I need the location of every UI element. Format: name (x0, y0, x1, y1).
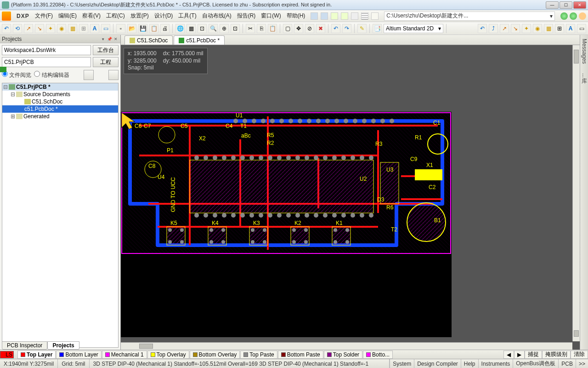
tool-button[interactable]: ▭ (577, 24, 586, 33)
layer-tab-mech1[interactable]: Mechanical 1 (102, 351, 147, 359)
close-button[interactable]: ✕ (573, 1, 586, 9)
tool-icon[interactable] (321, 12, 328, 20)
workspace-input[interactable] (2, 45, 91, 55)
tool-button[interactable]: ↘ (35, 24, 44, 33)
tool-button[interactable]: ⊞ (79, 24, 88, 33)
tool-button[interactable]: ↘ (511, 24, 520, 33)
text-tool-icon[interactable]: A (566, 24, 575, 33)
layer-set-box[interactable]: LS (0, 351, 14, 358)
tab-pcbdoc[interactable]: c51.PcbDoc * (174, 35, 225, 45)
tree-schdoc[interactable]: C51.SchDoc (2, 98, 118, 105)
status-btn-help[interactable]: Help (461, 359, 478, 368)
radio-structure-editor[interactable]: 结构编辑器 (34, 71, 69, 79)
tool-icon[interactable] (371, 12, 379, 20)
side-tab-messages[interactable]: Messages (581, 39, 588, 64)
tool-icon[interactable] (341, 12, 348, 20)
maximize-button[interactable]: ☐ (560, 1, 572, 9)
menu-file[interactable]: 文件(F) (35, 12, 53, 20)
tool-button[interactable]: ↗ (500, 24, 509, 33)
menu-autoroute[interactable]: 自动布线(A) (202, 12, 232, 20)
deselect-icon[interactable]: ⊘ (305, 24, 314, 33)
layer-tab-bot-paste[interactable]: Bottom Paste (278, 351, 323, 359)
menu-report[interactable]: 报告(R) (237, 12, 256, 20)
highlight-icon[interactable]: ✎ (357, 24, 367, 33)
browse-icon[interactable]: 📑 (373, 24, 382, 33)
tool-button[interactable]: 📋 (149, 24, 158, 33)
horizontal-scrollbar[interactable] (121, 342, 572, 350)
layer-btn-snap[interactable]: 捕捉 (525, 351, 542, 359)
tool-button[interactable]: ⊞ (555, 24, 564, 33)
tool-icon[interactable] (331, 12, 338, 20)
cut-icon[interactable]: ✂ (246, 24, 255, 33)
project-button[interactable]: 工程 (93, 57, 119, 67)
layer-nav-prev[interactable]: ◀ (503, 351, 514, 359)
status-btn-more[interactable]: >> (576, 359, 588, 368)
grid-icon[interactable] (361, 12, 368, 20)
tab-schdoc[interactable]: C51.SchDoc (124, 35, 173, 45)
tab-pcb-inspector[interactable]: PCB Inspector (2, 341, 47, 350)
scroll-thumb[interactable] (574, 330, 579, 337)
scroll-thumb[interactable] (574, 50, 579, 63)
menu-edit[interactable]: 编辑(E) (58, 12, 77, 20)
undo-icon[interactable]: ↶ (331, 24, 340, 33)
nav-home-icon[interactable] (579, 12, 586, 20)
layer-tab-top[interactable]: Top Layer (17, 351, 56, 359)
nav-back-icon[interactable] (560, 12, 568, 20)
new-doc-icon[interactable]: ▫ (116, 24, 125, 33)
text-tool-icon[interactable]: A (90, 24, 99, 33)
move-icon[interactable]: ✥ (294, 24, 303, 33)
tool-button[interactable]: ⟲ (13, 24, 22, 33)
clear-icon[interactable]: ✖ (316, 24, 325, 33)
tool-icon[interactable] (311, 12, 318, 20)
tool-button[interactable]: ⊡ (198, 24, 207, 33)
layer-tab-bot-overlay[interactable]: Bottom Overlay (190, 351, 240, 359)
save-icon[interactable]: 💾 (138, 24, 147, 33)
tool-button[interactable]: ▦ (187, 24, 196, 33)
project-input[interactable] (2, 57, 91, 67)
paste-icon[interactable]: 📋 (268, 24, 277, 33)
status-btn-pcb[interactable]: PCB (558, 359, 576, 368)
menu-project[interactable]: 工程(C) (106, 12, 125, 20)
menu-view[interactable]: 察看(V) (82, 12, 101, 20)
panel-tool-button[interactable] (84, 70, 94, 80)
panel-close-icon[interactable]: ✕ (113, 36, 119, 42)
layer-tab-top-overlay[interactable]: Top Overlay (147, 351, 189, 359)
tool-button[interactable]: ✦ (522, 24, 531, 33)
menu-design[interactable]: 设计(D) (154, 12, 173, 20)
menu-place[interactable]: 放置(P) (130, 12, 149, 20)
select-rect-icon[interactable]: ▢ (283, 24, 292, 33)
layer-btn-clear[interactable]: 清除 (571, 351, 588, 359)
side-tab-library[interactable]: 库... (580, 73, 588, 78)
scroll-thumb[interactable] (139, 344, 153, 349)
panel-pin-icon[interactable]: 📌 (107, 36, 112, 42)
tool-button[interactable]: ▦ (544, 24, 553, 33)
layer-nav-next[interactable]: ▶ (514, 351, 525, 359)
minimize-button[interactable]: — (546, 1, 559, 9)
tool-button[interactable]: ↗ (24, 24, 33, 33)
vertical-scrollbar[interactable] (572, 45, 580, 341)
status-btn-instruments[interactable]: Instruments (478, 359, 513, 368)
layer-tab-bottom[interactable]: Bottom Layer (56, 351, 101, 359)
layer-tab-top-solder[interactable]: Top Solder (324, 351, 362, 359)
path-combo[interactable]: C:\Users\zhu\Desktop\新建文件...▾ (384, 12, 555, 21)
zoom-icon[interactable]: 🔍 (209, 24, 218, 33)
menu-tools[interactable]: 工具(T) (178, 12, 196, 20)
tree-root[interactable]: ⊟C51.PrjPCB * (2, 83, 118, 91)
tool-button[interactable]: ↶ (478, 24, 487, 33)
layer-btn-mask[interactable]: 掩膜级别 (542, 351, 571, 359)
menu-window[interactable]: 窗口(W) (261, 12, 281, 20)
panel-dropdown-icon[interactable]: ▾ (100, 36, 106, 42)
globe-icon[interactable]: 🌐 (175, 24, 185, 33)
copy-icon[interactable]: ⎘ (257, 24, 266, 33)
tool-button[interactable]: ↶ (2, 24, 11, 33)
tab-projects[interactable]: Projects (47, 341, 79, 350)
tool-button[interactable]: ✦ (46, 24, 55, 33)
nav-fwd-icon[interactable] (570, 12, 577, 20)
tree-source-docs[interactable]: ⊟Source Documents (2, 91, 118, 98)
print-icon[interactable]: 🖨 (160, 24, 170, 33)
layer-tab-bot-solder[interactable]: Botto... (363, 351, 393, 359)
workspace-button[interactable]: 工作台 (93, 45, 119, 55)
dxp-label[interactable]: DXP (17, 13, 29, 19)
tool-button[interactable]: ⊡ (231, 24, 240, 33)
view-mode-combo[interactable]: Altium Standard 2D▾ (384, 24, 443, 33)
